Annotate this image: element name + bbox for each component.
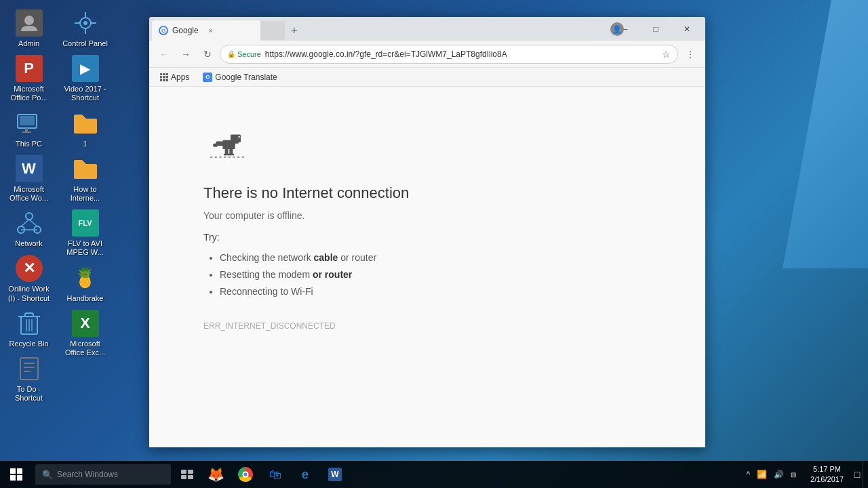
ms-word-icon: W (16, 155, 43, 182)
maximize-button[interactable]: □ (640, 17, 671, 41)
tab-close-button[interactable]: × (205, 25, 216, 36)
taskbar-clock[interactable]: 5:17 PM 2/16/2017 (802, 464, 852, 485)
svg-rect-41 (181, 475, 186, 479)
desktop-icon-flv[interactable]: FLV FLV to AVIMPEG W... (60, 207, 111, 260)
lock-icon: 🔒 (227, 50, 235, 58)
ms-office-po-icon: P (16, 55, 43, 82)
chevron-up-icon[interactable]: ^ (744, 468, 752, 481)
apps-label: Apps (171, 73, 189, 82)
svg-point-0 (24, 16, 34, 25)
new-tab-button[interactable]: + (285, 21, 304, 40)
svg-line-8 (21, 220, 29, 226)
desktop-icon-handbrake[interactable]: 🍍 Handbrake (60, 262, 111, 306)
word-taskbar-icon: W (328, 467, 342, 482)
show-desktop-button[interactable] (863, 461, 868, 488)
svg-rect-4 (22, 131, 31, 133)
firefox-icon: 🦊 (208, 467, 223, 482)
windows-logo-icon (10, 468, 22, 481)
desktop-icon-this-pc[interactable]: This PC (3, 107, 54, 151)
recycle-bin-icon (16, 310, 43, 337)
taskbar-app-store[interactable]: 🛍 (260, 461, 290, 488)
task-view-button[interactable] (174, 461, 201, 488)
secure-badge: 🔒 Secure (227, 50, 261, 58)
desktop-icon-ms-excel[interactable]: X MicrosoftOffice Exc... (60, 307, 111, 360)
browser-tab-empty[interactable] (260, 21, 285, 40)
close-button[interactable]: ✕ (671, 17, 703, 41)
this-pc-icon (16, 110, 43, 137)
handbrake-icon: 🍍 (72, 264, 99, 291)
video-label: Video 2017 -Shortcut (64, 85, 106, 102)
taskbar-app-firefox[interactable]: 🦊 (201, 461, 231, 488)
flv-label: FLV to AVIMPEG W... (66, 239, 103, 257)
taskbar-search[interactable]: 🔍 Search Windows (35, 464, 171, 485)
start-button[interactable] (0, 461, 33, 488)
apps-bookmark[interactable]: Apps (155, 70, 195, 84)
ie-icon: e (298, 467, 313, 482)
taskbar-apps: 🦊 🛍 e (201, 461, 740, 488)
svg-rect-42 (188, 475, 193, 479)
ms-excel-label: MicrosoftOffice Exc... (65, 340, 105, 357)
desktop-icons-col1: Admin P MicrosoftOffice Po... This PC W (3, 7, 54, 405)
browser-content: There is no Internet connection Your com… (149, 87, 705, 447)
extensions-button[interactable]: ⋮ (681, 45, 700, 64)
secure-label: Secure (237, 50, 261, 58)
desktop-icon-recycle[interactable]: Recycle Bin (3, 307, 54, 351)
desktop-icon-control-panel[interactable]: Control Panel (60, 7, 111, 51)
desktop-icon-network[interactable]: Network (3, 207, 54, 251)
dino-icon (210, 127, 244, 161)
folder-1-label: 1 (83, 140, 87, 148)
svg-point-21 (83, 21, 87, 25)
desktop-icon-online-work[interactable]: ✕ Online Work(I) - Shortcut (3, 252, 54, 305)
desktop-icon-ms-office-po[interactable]: P MicrosoftOffice Po... (3, 52, 54, 105)
google-translate-favicon: G (203, 73, 212, 82)
reload-button[interactable]: ↻ (198, 45, 217, 64)
todo-icon (16, 355, 43, 382)
svg-rect-3 (25, 128, 28, 131)
desktop-icon-video[interactable]: ▶ Video 2017 -Shortcut (60, 52, 111, 105)
desktop-icon-how-to[interactable]: How toInterne... (60, 152, 111, 205)
profile-area: 👤 (610, 22, 624, 36)
wallpaper-accent2 (746, 0, 868, 268)
taskbar-app-word[interactable]: W (320, 461, 350, 488)
action-center-button[interactable]: □ (852, 461, 863, 488)
recycle-bin-label: Recycle Bin (9, 340, 48, 348)
taskbar-app-chrome[interactable] (231, 461, 260, 488)
clock-time: 5:17 PM (813, 464, 841, 474)
svg-rect-36 (229, 154, 234, 156)
volume-icon[interactable]: 🔊 (772, 468, 786, 481)
ms-excel-icon: X (72, 310, 99, 337)
this-pc-label: This PC (16, 140, 42, 148)
error-suggestions-list: Checking the network cable or router Res… (203, 249, 376, 301)
google-favicon: G (159, 26, 168, 35)
control-panel-label: Control Panel (62, 39, 108, 48)
how-to-label: How toInterne... (71, 185, 100, 203)
svg-line-9 (29, 220, 37, 226)
error-suggestion-1: Checking the network cable or router (220, 249, 376, 266)
desktop-icon-admin[interactable]: Admin (3, 7, 54, 51)
back-button[interactable]: ← (155, 45, 174, 64)
desktop-icon-todo[interactable]: To Do -Shortcut (3, 352, 54, 405)
url-text: https://www.google.co.in/?gfe_rd=cr&ei=T… (265, 49, 658, 59)
desktop-icon-ms-word[interactable]: W MicrosoftOffice Wo... (3, 152, 54, 205)
browser-tab-google[interactable]: G Google × (152, 20, 260, 41)
network-status-icon[interactable]: 📶 (755, 468, 769, 481)
forward-button[interactable]: → (176, 45, 195, 64)
dino-container (210, 127, 244, 164)
google-translate-bookmark[interactable]: G Google Translate (197, 70, 282, 84)
video-icon: ▶ (72, 55, 99, 82)
error-title: There is no Internet connection (203, 184, 409, 202)
control-panel-icon (72, 9, 99, 37)
address-bar[interactable]: 🔒 Secure https://www.google.co.in/?gfe_r… (220, 45, 678, 64)
error-suggestion-2: Resetting the modem or router (220, 266, 376, 283)
ms-office-po-label: MicrosoftOffice Po... (10, 85, 47, 102)
network-icon (16, 209, 43, 237)
ms-word-label: MicrosoftOffice Wo... (9, 185, 48, 203)
desktop-icon-1[interactable]: 1 (60, 107, 111, 151)
notification-area: ^ 📶 🔊 ⊟ (740, 468, 802, 481)
profile-avatar[interactable]: 👤 (610, 22, 624, 36)
taskbar-app-ie[interactable]: e (290, 461, 320, 488)
folder-1-icon (72, 110, 99, 137)
svg-rect-27 (231, 134, 241, 142)
network-label: Network (15, 239, 42, 248)
bookmark-star-icon[interactable]: ☆ (662, 49, 671, 60)
